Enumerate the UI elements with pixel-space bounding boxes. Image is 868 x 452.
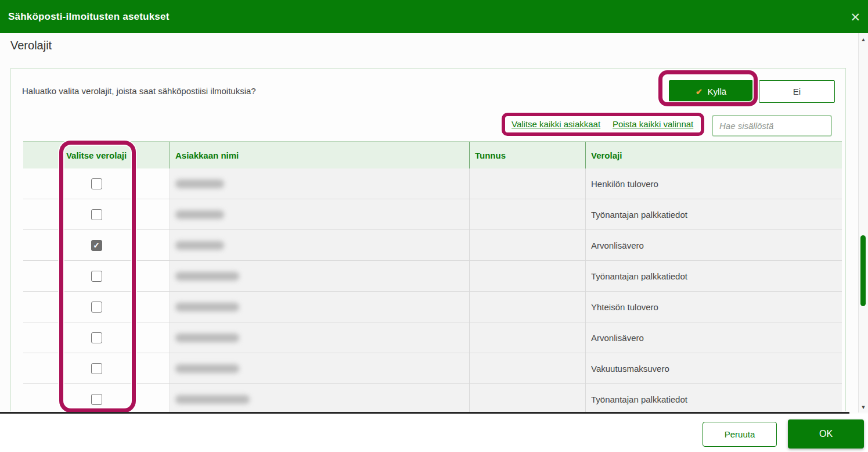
- tunnus-cell: [469, 199, 585, 229]
- table-row: Työnantajan palkkatiedot: [23, 199, 842, 230]
- customer-name-redacted: [175, 395, 250, 404]
- verolaji-checkbox[interactable]: [91, 271, 102, 282]
- verolaji-cell: Työnantajan palkkatiedot: [585, 384, 842, 412]
- verolaji-checkbox[interactable]: [91, 332, 102, 343]
- customer-name-cell: [170, 168, 469, 199]
- customer-name-cell: [170, 261, 469, 291]
- clear-all-selections-link[interactable]: Poista kaikki valinnat: [613, 119, 693, 129]
- ok-button[interactable]: OK: [788, 419, 864, 449]
- verolaji-cell: Henkilön tulovero: [585, 168, 842, 199]
- column-header-valitse-verolaji: Valitse verolaji: [23, 142, 170, 168]
- verolaji-cell: Vakuutusmaksuvero: [585, 353, 842, 383]
- select-verolaji-cell: ✓: [23, 230, 170, 260]
- search-input[interactable]: [712, 115, 832, 137]
- table-header-row: Valitse verolaji Asiakkaan nimi Tunnus V…: [23, 141, 842, 168]
- tunnus-cell: [469, 353, 585, 383]
- verolajit-table: Valitse verolaji Asiakkaan nimi Tunnus V…: [23, 141, 842, 412]
- scrollbar-up-icon[interactable]: ▲: [859, 37, 868, 42]
- table-row: Henkilön tulovero: [23, 168, 842, 199]
- tunnus-cell: [469, 261, 585, 291]
- question-label: Haluatko valita verolajit, joista saat s…: [22, 86, 256, 96]
- verolaji-checkbox[interactable]: [91, 363, 102, 374]
- dialog-title: Sähköposti-ilmoitusten asetukset: [8, 11, 170, 23]
- cancel-button[interactable]: Peruuta: [703, 422, 777, 447]
- table-row: Vakuutusmaksuvero: [23, 353, 842, 384]
- verolaji-cell: Yhteisön tulovero: [585, 292, 842, 322]
- column-header-verolaji: Verolaji: [585, 142, 842, 168]
- yes-button-label: Kyllä: [708, 87, 727, 96]
- customer-name-redacted: [175, 180, 224, 188]
- dialog-header: Sähköposti-ilmoitusten asetukset ✕: [0, 0, 868, 33]
- select-verolaji-cell: [23, 292, 170, 322]
- customer-name-redacted: [175, 333, 239, 342]
- select-verolaji-cell: [23, 168, 170, 199]
- verolaji-checkbox[interactable]: [91, 394, 102, 405]
- customer-name-redacted: [175, 272, 239, 281]
- tunnus-cell: [469, 230, 585, 260]
- select-verolaji-cell: [23, 353, 170, 383]
- customer-name-redacted: [175, 364, 239, 373]
- verolaji-cell: Arvonlisävero: [585, 322, 842, 353]
- scrollbar-down-icon[interactable]: ▼: [859, 405, 868, 410]
- column-header-asiakkaan-nimi: Asiakkaan nimi: [170, 142, 469, 168]
- select-verolaji-cell: [23, 199, 170, 229]
- table-row: Työnantajan palkkatiedot: [23, 261, 842, 292]
- tunnus-cell: [469, 322, 585, 353]
- page-title: Verolajit: [10, 39, 52, 52]
- select-verolaji-cell: [23, 322, 170, 353]
- customer-name-redacted: [175, 303, 239, 311]
- verolaji-cell: Arvonlisävero: [585, 230, 842, 260]
- customer-name-redacted: [175, 210, 224, 219]
- table-body: Henkilön tuloveroTyönantajan palkkatiedo…: [23, 168, 842, 412]
- no-button[interactable]: Ei: [759, 80, 835, 103]
- verolaji-cell: Työnantajan palkkatiedot: [585, 261, 842, 291]
- customer-name-cell: [170, 230, 469, 260]
- verolaji-checkbox-checked[interactable]: ✓: [91, 240, 102, 251]
- customer-name-redacted: [175, 241, 224, 250]
- tunnus-cell: [469, 168, 585, 199]
- yes-button[interactable]: ✔ Kyllä: [669, 80, 753, 103]
- select-all-customers-link[interactable]: Valitse kaikki asiakkaat: [512, 119, 600, 129]
- verolaji-checkbox[interactable]: [91, 209, 102, 220]
- tunnus-cell: [469, 292, 585, 322]
- verolaji-checkbox[interactable]: [91, 302, 102, 313]
- close-icon[interactable]: ✕: [850, 10, 860, 23]
- table-row: Yhteisön tulovero: [23, 292, 842, 322]
- verolaji-cell: Työnantajan palkkatiedot: [585, 199, 842, 229]
- table-row: Työnantajan palkkatiedot: [23, 384, 842, 412]
- customer-name-cell: [170, 353, 469, 383]
- tunnus-cell: [469, 384, 585, 412]
- select-verolaji-cell: [23, 261, 170, 291]
- table-row: Arvonlisävero: [23, 322, 842, 353]
- scrollbar-thumb[interactable]: [860, 235, 866, 306]
- column-header-tunnus: Tunnus: [469, 142, 585, 168]
- customer-name-cell: [170, 384, 469, 412]
- verolaji-checkbox[interactable]: [91, 178, 102, 189]
- customer-name-cell: [170, 199, 469, 229]
- check-icon: ✔: [696, 87, 703, 96]
- select-verolaji-cell: [23, 384, 170, 412]
- customer-name-cell: [170, 292, 469, 322]
- table-row: ✓Arvonlisävero: [23, 230, 842, 261]
- scrollbar-track[interactable]: [858, 33, 868, 412]
- customer-name-cell: [170, 322, 469, 353]
